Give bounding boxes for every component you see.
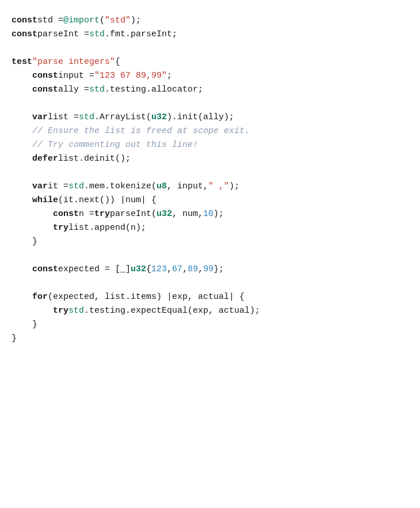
code-line: try std.testing.expectEqual(exp, actual)… [12, 304, 408, 318]
token-type: u32 [156, 207, 172, 221]
token-num: 10 [203, 207, 213, 221]
token-plain: (expected, list.items) |exp, actual| { [48, 290, 245, 304]
token-builtin: std [89, 28, 105, 41]
token-testname: "parse integers" [32, 55, 115, 69]
token-kw: try [94, 207, 110, 221]
token-kw: var [32, 180, 48, 194]
token-plain: , [167, 263, 172, 276]
code-line: var list = std.ArrayList(u32).init(ally)… [12, 111, 408, 124]
token-comment: // Ensure the list is freed at scope exi… [32, 124, 250, 138]
code-line [12, 97, 408, 111]
code-line: var it = std.mem.tokenize(u8, input, " ,… [12, 180, 408, 194]
code-line [12, 249, 408, 263]
token-builtin: @import [63, 14, 100, 28]
token-plain: list.deinit(); [58, 152, 131, 166]
token-kw: const [32, 263, 58, 276]
token-builtin: std [89, 83, 105, 97]
token-plain: { [146, 263, 151, 276]
token-plain: ( [100, 14, 105, 28]
token-string: "123 67 89,99" [94, 69, 167, 83]
token-plain: } [32, 318, 37, 332]
code-line: const std = @import("std"); [12, 14, 408, 28]
code-line: } [12, 318, 408, 332]
token-num: 89 [188, 263, 198, 276]
token-plain: , input, [167, 180, 208, 194]
token-builtin: std [79, 111, 94, 124]
token-plain: ); [131, 14, 141, 28]
token-kw: var [32, 111, 48, 124]
token-plain: }; [213, 263, 224, 276]
token-type: u32 [131, 263, 146, 276]
token-kw: for [32, 290, 48, 304]
token-plain: } [12, 332, 17, 346]
token-kw: const [32, 69, 58, 83]
token-plain: , [182, 263, 188, 276]
token-plain: input = [58, 69, 94, 83]
token-plain: list.append(n); [68, 221, 146, 235]
token-plain: list = [48, 111, 79, 124]
token-plain: parseInt( [110, 207, 156, 221]
token-plain: ally = [58, 83, 89, 97]
code-block: const std = @import("std");const parseIn… [0, 0, 420, 508]
token-plain: it = [48, 180, 68, 194]
token-kw: while [32, 194, 58, 207]
token-plain: (it.next()) |num| { [58, 194, 156, 207]
token-kw: const [12, 28, 37, 41]
token-plain: .testing.expectEqual(exp, actual); [84, 304, 260, 318]
token-plain: .ArrayList( [94, 111, 151, 124]
token-string: " ," [208, 180, 229, 194]
code-line [12, 41, 408, 55]
code-line: test "parse integers" { [12, 55, 408, 69]
code-line: while (it.next()) |num| { [12, 194, 408, 207]
token-plain: , [198, 263, 203, 276]
token-builtin: std [68, 304, 84, 318]
token-plain: expected = [_] [58, 263, 131, 276]
token-string: "std" [105, 14, 131, 28]
code-line: defer list.deinit(); [12, 152, 408, 166]
token-plain: ); [213, 207, 224, 221]
code-line [12, 276, 408, 290]
token-plain: .fmt.parseInt; [105, 28, 177, 41]
token-plain: { [115, 55, 120, 69]
token-plain: , num, [172, 207, 203, 221]
code-line: const n = try parseInt(u32, num, 10); [12, 207, 408, 221]
token-plain: std = [37, 14, 63, 28]
token-type: u8 [156, 180, 167, 194]
token-type: u32 [151, 111, 167, 124]
token-plain: ).init(ally); [167, 111, 234, 124]
code-line: const input = "123 67 89,99"; [12, 69, 408, 83]
token-kw: test [12, 55, 32, 69]
token-num: 99 [203, 263, 213, 276]
token-comment: // Try commenting out this line! [32, 138, 198, 152]
token-kw: try [53, 304, 68, 318]
token-kw: try [53, 221, 68, 235]
token-kw: const [32, 83, 58, 97]
code-line: const parseInt = std.fmt.parseInt; [12, 28, 408, 41]
code-line: const expected = [_]u32{ 123, 67, 89, 99… [12, 263, 408, 276]
token-plain: ); [229, 180, 239, 194]
token-plain: parseInt = [37, 28, 89, 41]
token-plain: ; [167, 69, 172, 83]
token-builtin: std [68, 180, 84, 194]
code-line: for (expected, list.items) |exp, actual|… [12, 290, 408, 304]
token-kw: const [53, 207, 79, 221]
code-line [12, 166, 408, 180]
code-container: const std = @import("std");const parseIn… [12, 14, 408, 346]
code-line: } [12, 235, 408, 249]
token-plain: .testing.allocator; [105, 83, 203, 97]
code-line: } [12, 332, 408, 346]
token-num: 123 [151, 263, 167, 276]
token-kw: const [12, 14, 37, 28]
code-line: try list.append(n); [12, 221, 408, 235]
token-plain: } [32, 235, 37, 249]
token-plain: .mem.tokenize( [84, 180, 156, 194]
token-kw: defer [32, 152, 58, 166]
token-plain: n = [79, 207, 94, 221]
code-line: const ally = std.testing.allocator; [12, 83, 408, 97]
code-line: // Try commenting out this line! [12, 138, 408, 152]
code-line: // Ensure the list is freed at scope exi… [12, 124, 408, 138]
token-num: 67 [172, 263, 182, 276]
